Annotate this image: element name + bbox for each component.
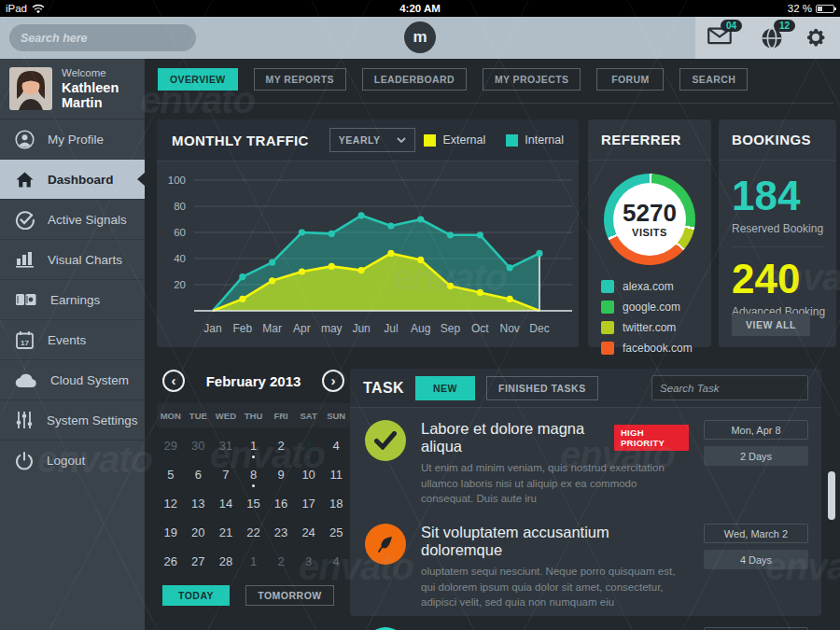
- sidebar: Welcome Kathleen Martin My Profile Dashb…: [0, 59, 145, 630]
- monthly-traffic-panel: MONTHLY TRAFFIC YEARLY External Internal…: [157, 119, 579, 347]
- task-item-title[interactable]: Sit voluptatem accusantium doloremque: [421, 524, 689, 559]
- welcome-label: Welcome: [62, 67, 135, 78]
- calendar-prev-button[interactable]: ‹: [162, 370, 185, 392]
- calendar-day-header: WED: [212, 411, 240, 421]
- calendar-cell[interactable]: 14: [212, 489, 240, 518]
- user-name: Kathleen Martin: [62, 80, 135, 110]
- legend-item-google: google.com: [601, 301, 711, 314]
- sidebar-item-cloud-system[interactable]: Cloud System: [0, 360, 145, 400]
- calendar-cell[interactable]: 2: [267, 431, 295, 460]
- calendar-cell[interactable]: 25: [322, 518, 350, 547]
- app-logo[interactable]: m: [404, 21, 436, 53]
- new-task-button[interactable]: NEW: [415, 376, 475, 400]
- period-dropdown[interactable]: YEARLY: [329, 128, 415, 152]
- tab-forum[interactable]: FORUM: [596, 68, 664, 91]
- calendar-cell[interactable]: 20: [185, 518, 213, 547]
- leaf-icon[interactable]: [365, 524, 406, 565]
- calendar-cell[interactable]: 8: [240, 460, 268, 489]
- calendar-cell[interactable]: 1: [240, 547, 268, 576]
- calendar-cell-selected[interactable]: 3: [295, 431, 323, 460]
- calendar-cell[interactable]: 16: [267, 489, 295, 518]
- calendar-cell[interactable]: 18: [322, 489, 350, 518]
- sidebar-item-dashboard[interactable]: Dashboard: [0, 160, 145, 200]
- sidebar-item-earnings[interactable]: Earnings: [0, 280, 145, 320]
- calendar-cell[interactable]: 10: [295, 460, 323, 489]
- calendar-cell[interactable]: 9: [267, 460, 295, 489]
- calendar-cell[interactable]: 7: [212, 460, 240, 489]
- calendar-cell[interactable]: 22: [240, 518, 268, 547]
- view-all-button[interactable]: VIEW ALL: [732, 314, 810, 336]
- calendar-cell[interactable]: 4: [322, 431, 350, 460]
- settings-button[interactable]: [805, 26, 827, 52]
- calendar-cell[interactable]: 13: [185, 489, 213, 518]
- calendar-cell[interactable]: 19: [157, 518, 185, 547]
- task-row: Totam rem aperiam, eaque ipsa qui dolore…: [350, 615, 821, 630]
- svg-text:Sep: Sep: [441, 322, 461, 335]
- external-swatch: [424, 134, 436, 147]
- sidebar-item-events[interactable]: 17 Events: [0, 320, 145, 360]
- globe-button[interactable]: 12: [761, 27, 783, 53]
- calendar-cell[interactable]: 26: [157, 547, 185, 576]
- tab-overview[interactable]: OVERVIEW: [158, 68, 238, 91]
- svg-text:17: 17: [21, 338, 29, 346]
- calendar-day-header: TUE: [185, 411, 213, 421]
- svg-text:Jan: Jan: [203, 322, 221, 335]
- mail-button[interactable]: 04: [707, 27, 732, 49]
- search-input[interactable]: [21, 32, 184, 45]
- calendar-cell[interactable]: 11: [322, 460, 350, 489]
- check-icon[interactable]: [365, 420, 406, 461]
- sidebar-item-my-profile[interactable]: My Profile: [0, 119, 145, 160]
- finished-tasks-button[interactable]: FINISHED TASKS: [486, 376, 598, 400]
- calendar-day-header: THU: [240, 411, 268, 421]
- money-icon: [15, 291, 37, 308]
- calendar-cell[interactable]: 24: [295, 518, 323, 547]
- tab-leaderboard[interactable]: LEADERBOARD: [362, 68, 467, 91]
- sidebar-item-system-settings[interactable]: System Settings: [0, 400, 145, 441]
- calendar-cell[interactable]: 27: [185, 547, 213, 576]
- calendar-cell[interactable]: 2: [267, 547, 295, 576]
- calendar-cell[interactable]: 4: [322, 547, 350, 576]
- sidebar-item-active-signals[interactable]: Active Signals: [0, 200, 145, 240]
- svg-text:Dec: Dec: [529, 322, 549, 335]
- calendar-cell[interactable]: 21: [212, 518, 240, 547]
- calendar-cell[interactable]: 3: [295, 547, 323, 576]
- check-circle-icon: [15, 210, 35, 230]
- calendar-cell[interactable]: 28: [212, 547, 240, 576]
- global-search[interactable]: [9, 24, 196, 51]
- calendar-cell[interactable]: 12: [157, 489, 185, 518]
- calendar-cell[interactable]: 1: [240, 431, 268, 460]
- search-icon[interactable]: [184, 30, 185, 46]
- calendar-widget: ‹ February 2013 › MONTUEWEDTHUFRISATSUN …: [157, 364, 350, 625]
- calendar-cell[interactable]: 30: [185, 431, 213, 460]
- task-item-title[interactable]: Labore et dolore magna aliqua: [421, 420, 605, 455]
- today-button[interactable]: TODAY: [162, 585, 230, 606]
- calendar-next-button[interactable]: ›: [322, 370, 344, 392]
- header-bar: m 04 12: [0, 17, 840, 59]
- avatar: [9, 67, 52, 110]
- calendar-cell[interactable]: 23: [267, 518, 295, 547]
- svg-text:60: 60: [174, 227, 186, 238]
- calendar-cell[interactable]: 5: [157, 460, 185, 489]
- profile-block[interactable]: Welcome Kathleen Martin: [0, 59, 145, 119]
- calendar-cell[interactable]: 15: [240, 489, 268, 518]
- calendar-cell[interactable]: 17: [295, 489, 323, 518]
- tab-my-reports[interactable]: MY REPORTS: [254, 68, 346, 91]
- scrollbar-thumb[interactable]: [828, 471, 835, 520]
- svg-text:100: 100: [168, 175, 186, 186]
- tomorrow-button[interactable]: TOMORROW: [245, 585, 334, 606]
- calendar-cell[interactable]: 31: [212, 431, 240, 460]
- tab-bar: OVERVIEW MY REPORTS LEADERBOARD MY PROJE…: [158, 68, 748, 91]
- sidebar-item-visual-charts[interactable]: Visual Charts: [0, 240, 145, 280]
- tab-my-projects[interactable]: MY PROJECTS: [483, 68, 581, 91]
- tab-search[interactable]: SEARCH: [679, 68, 748, 91]
- sidebar-item-logout[interactable]: Logout: [0, 441, 145, 481]
- task-item-body: Ut enim ad minim veniam, quis nostrud ex…: [421, 460, 689, 507]
- task-search[interactable]: [651, 375, 808, 400]
- calendar-cell[interactable]: 29: [157, 431, 185, 460]
- task-item-body: oluptatem sequi nesciunt. Neque porro qu…: [421, 564, 689, 610]
- task-search-input[interactable]: [660, 383, 805, 394]
- referrer-legend: alexa.com google.com twitter.com faceboo…: [601, 280, 711, 355]
- legend-item-facebook: facebook.com: [601, 342, 711, 355]
- calendar-day-header: FRI: [267, 411, 295, 421]
- calendar-cell[interactable]: 6: [185, 460, 213, 489]
